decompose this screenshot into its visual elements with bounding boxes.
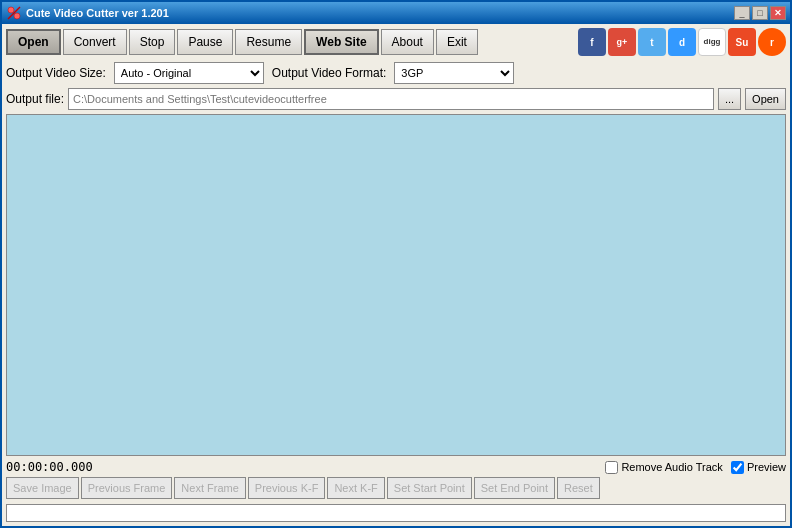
facebook-icon[interactable]: f	[578, 28, 606, 56]
output-file-row: Output file: ... Open	[6, 88, 786, 110]
gplus-icon[interactable]: g+	[608, 28, 636, 56]
svg-point-1	[14, 13, 20, 19]
remove-audio-label[interactable]: Remove Audio Track	[605, 461, 723, 474]
video-size-label: Output Video Size:	[6, 66, 106, 80]
remove-audio-text: Remove Audio Track	[621, 461, 723, 473]
video-size-select[interactable]: Auto - Original 320x240 640x480 720x480 …	[114, 62, 264, 84]
stumbleupon-icon[interactable]: Su	[728, 28, 756, 56]
reddit-icon[interactable]: r	[758, 28, 786, 56]
video-format-select[interactable]: 3GP AVI MP4 WMV MOV FLV	[394, 62, 514, 84]
app-icon	[6, 5, 22, 21]
remove-audio-checkbox[interactable]	[605, 461, 618, 474]
next-kf-button[interactable]: Next K-F	[327, 477, 384, 499]
preview-label[interactable]: Preview	[731, 461, 786, 474]
bottom-controls: 00:00:00.000 Remove Audio Track Preview …	[6, 460, 786, 522]
previous-frame-button[interactable]: Previous Frame	[81, 477, 173, 499]
save-image-button[interactable]: Save Image	[6, 477, 79, 499]
about-button[interactable]: About	[381, 29, 434, 55]
window-controls: _ □ ✕	[734, 6, 786, 20]
output-file-label: Output file:	[6, 92, 64, 106]
delicious-icon[interactable]: d	[668, 28, 696, 56]
main-window: Cute Video Cutter ver 1.201 _ □ ✕ Open C…	[0, 0, 792, 528]
convert-button[interactable]: Convert	[63, 29, 127, 55]
preview-checkbox[interactable]	[731, 461, 744, 474]
video-format-label: Output Video Format:	[272, 66, 387, 80]
svg-point-0	[8, 7, 14, 13]
digg-icon[interactable]: digg	[698, 28, 726, 56]
preview-text: Preview	[747, 461, 786, 473]
previous-kf-button[interactable]: Previous K-F	[248, 477, 326, 499]
pause-button[interactable]: Pause	[177, 29, 233, 55]
social-icons: f g+ t d digg Su r	[578, 28, 786, 56]
website-button[interactable]: Web Site	[304, 29, 378, 55]
frame-buttons-row: Save Image Previous Frame Next Frame Pre…	[6, 477, 786, 499]
title-bar: Cute Video Cutter ver 1.201 _ □ ✕	[2, 2, 790, 24]
reset-button[interactable]: Reset	[557, 477, 600, 499]
toolbar: Open Convert Stop Pause Resume Web Site …	[6, 28, 786, 56]
open-button[interactable]: Open	[6, 29, 61, 55]
timecode-display: 00:00:00.000	[6, 460, 93, 474]
twitter-icon[interactable]: t	[638, 28, 666, 56]
output-path-input[interactable]	[68, 88, 714, 110]
next-frame-button[interactable]: Next Frame	[174, 477, 245, 499]
window-title: Cute Video Cutter ver 1.201	[26, 7, 734, 19]
status-row: 00:00:00.000 Remove Audio Track Preview	[6, 460, 786, 474]
window-body: Open Convert Stop Pause Resume Web Site …	[2, 24, 790, 526]
browse-button[interactable]: ...	[718, 88, 741, 110]
open-output-button[interactable]: Open	[745, 88, 786, 110]
set-end-button[interactable]: Set End Point	[474, 477, 555, 499]
options-row: Output Video Size: Auto - Original 320x2…	[6, 62, 786, 84]
stop-button[interactable]: Stop	[129, 29, 176, 55]
maximize-button[interactable]: □	[752, 6, 768, 20]
close-button[interactable]: ✕	[770, 6, 786, 20]
progress-bar[interactable]	[6, 504, 786, 522]
minimize-button[interactable]: _	[734, 6, 750, 20]
resume-button[interactable]: Resume	[235, 29, 302, 55]
set-start-button[interactable]: Set Start Point	[387, 477, 472, 499]
exit-button[interactable]: Exit	[436, 29, 478, 55]
video-preview	[6, 114, 786, 456]
